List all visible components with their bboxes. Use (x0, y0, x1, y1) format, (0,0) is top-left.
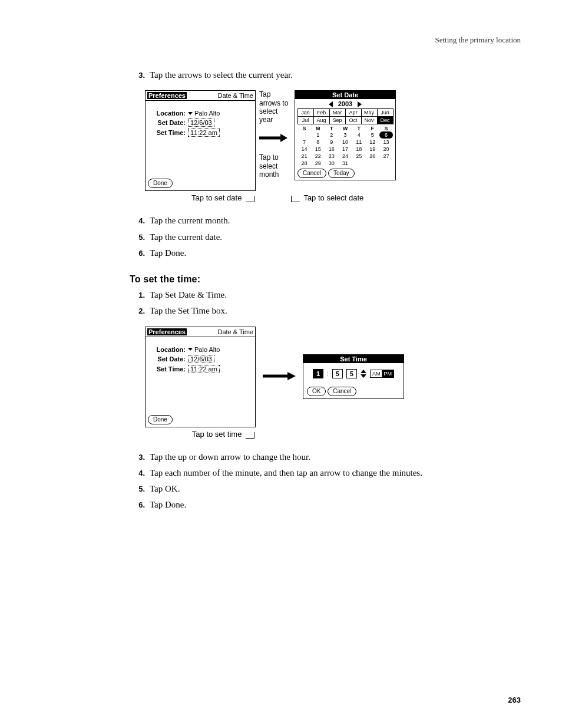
month-cell[interactable]: Sep (329, 116, 346, 124)
leader-line-icon (246, 432, 254, 439)
month-cell[interactable]: Oct (345, 116, 362, 124)
day-cell[interactable]: 18 (352, 146, 366, 153)
prefs-category: Date & Time (217, 92, 253, 99)
svg-marker-1 (280, 134, 287, 142)
caption-tap-set-date: Tap to set date (191, 193, 242, 202)
day-cell[interactable]: 19 (366, 146, 379, 153)
month-grid[interactable]: JanFebMarAprMayJunJulAugSepOctNovDec (297, 108, 393, 124)
arrow-down-icon[interactable] (361, 374, 366, 378)
step-text: Tap Done. (145, 498, 186, 512)
minute-ones-box[interactable]: 5 (346, 369, 357, 378)
steps-group-c: 1.Tap Set Date & Time.2.Tap the Set Time… (130, 288, 521, 318)
day-cell[interactable]: 21 (297, 153, 311, 160)
month-cell[interactable]: Jan (297, 108, 314, 117)
year-prev-icon[interactable] (329, 101, 333, 107)
day-cell[interactable]: 6 (379, 131, 393, 139)
done-button[interactable]: Done (148, 179, 173, 188)
leader-line-icon (291, 196, 300, 202)
steps-group-b: 4.Tap the current month.5.Tap the curren… (130, 214, 521, 260)
day-cell[interactable]: 17 (338, 146, 352, 153)
day-cell[interactable]: 15 (311, 146, 325, 153)
callout-year: Tap arrows to select year (259, 90, 292, 124)
step-text: Tap the arrows to select the current yea… (145, 68, 293, 82)
day-cell[interactable]: 31 (338, 160, 352, 167)
location-label: Location: (151, 346, 188, 353)
settime-title: Set Time (303, 355, 404, 363)
day-cell[interactable]: 2 (325, 131, 338, 139)
cancel-button[interactable]: Cancel (297, 169, 326, 178)
day-cell[interactable]: 11 (352, 139, 366, 146)
month-cell[interactable]: Dec (377, 116, 394, 124)
day-cell[interactable]: 25 (352, 153, 366, 160)
month-cell[interactable]: May (361, 108, 378, 117)
setdate-title: Set Date (295, 91, 395, 99)
step-text: Tap the Set Time box. (145, 304, 227, 318)
ampm-toggle[interactable]: AM PM (370, 370, 394, 378)
day-cell[interactable]: 10 (338, 139, 352, 146)
step-number: 6. (130, 498, 145, 512)
am-option[interactable]: AM (371, 370, 382, 377)
day-cell[interactable]: 5 (366, 131, 379, 139)
day-cell[interactable]: 13 (379, 139, 393, 146)
day-cell[interactable]: 1 (311, 131, 325, 139)
steps-group-d: 3.Tap the up or down arrow to change the… (130, 450, 521, 512)
day-cell[interactable]: 24 (338, 153, 352, 160)
day-cell[interactable]: 29 (311, 160, 325, 167)
dropdown-arrow-icon[interactable] (188, 348, 193, 351)
done-button[interactable]: Done (148, 415, 173, 424)
cancel-button[interactable]: Cancel (328, 387, 356, 396)
day-cell[interactable]: 26 (366, 153, 379, 160)
month-cell[interactable]: Mar (329, 108, 346, 117)
calendar-body[interactable]: 1234567891011121314151617181920212223242… (295, 131, 395, 167)
day-cell[interactable]: 16 (325, 146, 338, 153)
day-cell[interactable]: 20 (379, 146, 393, 153)
arrow-up-icon[interactable] (361, 370, 366, 373)
setdate-field[interactable]: 12/6/03 (188, 118, 214, 127)
prefs-category: Date & Time (217, 328, 253, 335)
setdate-field[interactable]: 12/6/03 (188, 355, 214, 363)
minute-tens-box[interactable]: 5 (332, 369, 343, 378)
caption-tap-set-time: Tap to set time (192, 430, 242, 439)
settime-field[interactable]: 11:22 am (188, 129, 220, 137)
year-next-icon[interactable] (358, 101, 362, 107)
day-cell[interactable]: 28 (297, 160, 311, 167)
steps-group-a: 3. Tap the arrows to select the current … (130, 68, 521, 82)
ok-button[interactable]: OK (307, 387, 326, 396)
hour-box[interactable]: 1 (313, 369, 323, 378)
prefs-title: Preferences (147, 328, 187, 335)
day-cell[interactable]: 27 (379, 153, 393, 160)
dropdown-arrow-icon[interactable] (188, 112, 193, 115)
time-spinner[interactable] (361, 370, 366, 378)
day-cell[interactable]: 30 (325, 160, 338, 167)
location-value[interactable]: Palo Alto (194, 346, 220, 353)
step-number: 2. (130, 304, 145, 318)
today-button[interactable]: Today (328, 169, 355, 178)
day-cell[interactable]: 22 (311, 153, 325, 160)
month-cell[interactable]: Jun (377, 108, 394, 117)
day-cell[interactable]: 14 (297, 146, 311, 153)
set-date-panel: Set Date 2003 JanFebMarAprMayJunJulAugSe… (295, 90, 396, 180)
setdate-label: Set Date: (151, 355, 188, 363)
month-cell[interactable]: Aug (313, 116, 330, 124)
month-cell[interactable]: Feb (313, 108, 330, 117)
caption-tap-select-date: Tap to select date (303, 193, 363, 202)
day-cell[interactable]: 3 (338, 131, 352, 139)
pm-option[interactable]: PM (382, 370, 394, 377)
location-value[interactable]: Palo Alto (194, 110, 220, 117)
day-cell[interactable]: 4 (352, 131, 366, 139)
day-cell[interactable]: 23 (325, 153, 338, 160)
day-cell[interactable]: 7 (297, 139, 311, 146)
day-cell[interactable]: 9 (325, 139, 338, 146)
figure-set-date: Preferences Date & Time Location: Palo A… (145, 90, 521, 202)
dow-row: SMTWTFS (297, 126, 393, 131)
month-cell[interactable]: Nov (361, 116, 378, 124)
step-text: Tap the current date. (145, 230, 222, 244)
page-number: 263 (508, 696, 521, 704)
day-cell[interactable]: 8 (311, 139, 325, 146)
location-label: Location: (151, 110, 188, 117)
month-cell[interactable]: Jul (297, 116, 314, 124)
figure-set-time: Preferences Date & Time Location: Palo A… (145, 327, 521, 439)
day-cell[interactable]: 12 (366, 139, 379, 146)
settime-field[interactable]: 11:22 am (188, 365, 220, 373)
month-cell[interactable]: Apr (345, 108, 362, 117)
